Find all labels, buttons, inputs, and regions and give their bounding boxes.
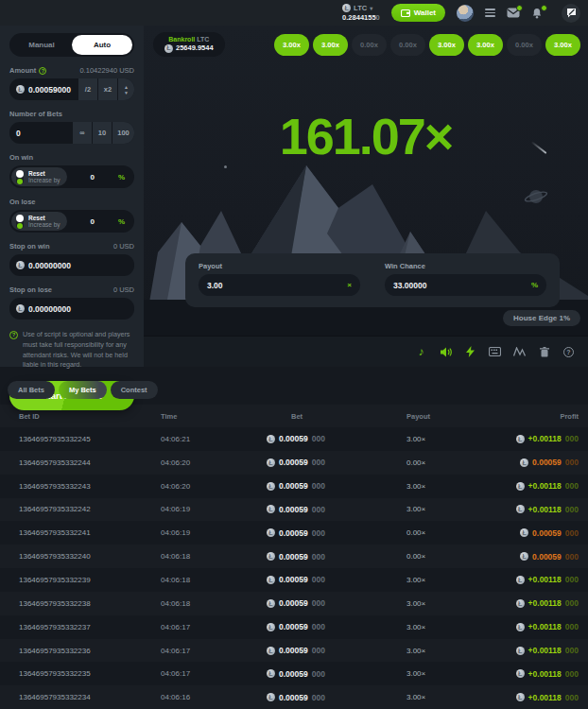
wallet-button[interactable]: Wallet xyxy=(391,4,445,22)
avatar[interactable] xyxy=(457,5,474,22)
currency-selector[interactable]: Ł LTC ▾ 0.28441550 xyxy=(342,4,380,22)
profit-cell: Ł+0.00118000 xyxy=(501,598,579,608)
amount-stepper[interactable]: ▲▼ xyxy=(117,78,134,100)
hotkeys-icon[interactable] xyxy=(489,346,501,358)
stop-on-win-input[interactable]: 0.00000000 xyxy=(28,261,71,270)
tab-auto[interactable]: Auto xyxy=(72,35,132,55)
stats-icon[interactable] xyxy=(513,346,526,358)
bet-table-row[interactable]: 13646957935332237 04:06:17 Ł0.00059000 3… xyxy=(0,615,588,639)
double-button[interactable]: x2 xyxy=(97,78,117,100)
coin-icon: Ł xyxy=(267,693,275,701)
number-of-bets-group: 0 ∞ 10 100 xyxy=(9,122,134,144)
payout-cell: 3.00× xyxy=(406,482,501,491)
stop-on-lose-input[interactable]: 0.00000000 xyxy=(28,304,71,314)
wallet-icon xyxy=(401,9,410,17)
history-pill[interactable]: 3.00x xyxy=(313,34,348,56)
infinity-button[interactable]: ∞ xyxy=(72,122,92,144)
bet-table-row[interactable]: 13646957935332239 04:06:18 Ł0.00059000 3… xyxy=(0,568,588,592)
bet-table-row[interactable]: 13646957935332234 04:06:16 Ł0.00059000 3… xyxy=(0,685,588,709)
history-pill[interactable]: 0.00x xyxy=(507,34,542,56)
bet-table-row[interactable]: 13646957935332244 04:06:20 Ł0.00059000 0… xyxy=(0,451,588,475)
col-bet-id: Bet ID xyxy=(19,412,161,421)
amount-input[interactable]: 0.00059000 xyxy=(28,85,71,95)
bankroll-value: 25649.9544 xyxy=(176,44,214,53)
profit-cell: Ł+0.00118000 xyxy=(501,669,579,679)
tab-my-bets[interactable]: My Bets xyxy=(59,381,107,399)
amount-input-group: Ł0.00059000 /2 x2 ▲▼ xyxy=(9,78,134,100)
tab-manual[interactable]: Manual xyxy=(11,35,72,55)
bet-amount-cell: Ł0.00059000 xyxy=(267,552,406,562)
trash-icon[interactable] xyxy=(538,346,550,358)
col-time: Time xyxy=(161,412,267,421)
on-lose-group: Reset Increase by 0 % xyxy=(9,210,134,233)
bet-id-cell: 13646957935332245 xyxy=(19,435,161,443)
bet-id-cell: 13646957935332236 xyxy=(19,647,161,655)
history-pill[interactable]: 3.00x xyxy=(468,34,503,56)
mail-icon[interactable] xyxy=(507,8,520,19)
col-profit: Profit xyxy=(501,412,579,421)
script-disclaimer: ? Use of script is optional and players … xyxy=(9,330,134,371)
number-of-bets-input[interactable]: 0 xyxy=(16,129,21,138)
history-pill[interactable]: 3.00x xyxy=(274,34,309,56)
menu-icon[interactable] xyxy=(485,9,495,17)
payout-cell: 3.00× xyxy=(406,647,501,655)
bet-table-row[interactable]: 13646957935332245 04:06:21 Ł0.00059000 3… xyxy=(0,427,588,451)
multiplier-history: 3.00x3.00x0.00x0.00x3.00x3.00x0.00x3.00x xyxy=(274,34,580,56)
bet-table-row[interactable]: 13646957935332240 04:06:18 Ł0.00059000 0… xyxy=(0,545,588,568)
help-icon[interactable]: ? xyxy=(562,346,575,358)
coin-icon: Ł xyxy=(516,599,525,608)
coin-icon: Ł xyxy=(520,458,528,467)
bet-table-row[interactable]: 13646957935332241 04:06:19 Ł0.00059000 0… xyxy=(0,521,588,545)
bet-id-cell: 13646957935332244 xyxy=(19,458,161,467)
music-icon[interactable]: ♪ xyxy=(415,346,427,358)
bet-amount-cell: Ł0.00059000 xyxy=(267,434,406,443)
bet-amount-cell: Ł0.00059000 xyxy=(267,575,406,584)
bet-table-row[interactable]: 13646957935332242 04:06:19 Ł0.00059000 3… xyxy=(0,498,588,522)
chat-icon[interactable] xyxy=(562,4,580,23)
coin-icon: Ł xyxy=(16,85,25,94)
payout-cell: 3.00× xyxy=(406,435,501,443)
turbo-icon[interactable] xyxy=(464,346,476,358)
bet-table-row[interactable]: 13646957935332243 04:06:20 Ł0.00059000 3… xyxy=(0,475,588,498)
half-button[interactable]: /2 xyxy=(78,78,97,100)
coin-icon: Ł xyxy=(516,693,525,701)
amount-label: Amount xyxy=(9,66,36,75)
bet-table-row[interactable]: 13646957935332238 04:06:18 Ł0.00059000 3… xyxy=(0,592,588,615)
payout-input[interactable]: 3.00 xyxy=(207,281,347,290)
bet-table-row[interactable]: 13646957935332235 04:06:17 Ł0.00059000 3… xyxy=(0,662,588,685)
coin-icon: Ł xyxy=(267,599,275,608)
time-cell: 04:06:19 xyxy=(161,505,267,513)
bankroll-display[interactable]: Bankroll LTC Ł25649.9544 xyxy=(153,32,225,57)
bet-table-row[interactable]: 13646957935332236 04:06:17 Ł0.00059000 3… xyxy=(0,639,588,663)
info-icon[interactable]: ? xyxy=(39,67,46,75)
win-chance-input[interactable]: 33.00000 xyxy=(393,281,531,290)
bell-icon[interactable] xyxy=(531,8,545,19)
on-lose-input[interactable]: 0 xyxy=(67,217,118,226)
preset-10-button[interactable]: 10 xyxy=(92,122,112,144)
time-cell: 04:06:18 xyxy=(161,552,267,561)
history-pill[interactable]: 3.00x xyxy=(429,34,464,56)
on-lose-increase-label: Increase by xyxy=(28,221,61,228)
payout-cell: 3.00× xyxy=(406,576,501,584)
house-edge-badge: House Edge 1% xyxy=(503,310,580,326)
profit-cell: Ł+0.00118000 xyxy=(501,646,579,655)
on-win-mode-toggle[interactable]: Reset Increase by xyxy=(11,167,67,186)
history-pill[interactable]: 0.00x xyxy=(352,34,387,56)
tab-all-bets[interactable]: All Bets xyxy=(8,381,55,399)
profit-cell: Ł+0.00118000 xyxy=(501,622,579,631)
bet-amount-cell: Ł0.00059000 xyxy=(267,481,406,491)
coin-icon: Ł xyxy=(267,505,275,513)
col-payout: Payout xyxy=(406,412,501,421)
on-lose-mode-toggle[interactable]: Reset Increase by xyxy=(11,212,67,231)
ltc-coin-icon: Ł xyxy=(342,4,351,12)
coin-icon: Ł xyxy=(267,623,275,631)
profit-cell: Ł+0.00118000 xyxy=(501,481,579,491)
tab-contest[interactable]: Contest xyxy=(111,381,158,399)
history-pill[interactable]: 0.00x xyxy=(390,34,425,56)
sound-icon[interactable] xyxy=(440,346,452,358)
game-toolbar: ♪ ? xyxy=(144,336,588,367)
on-win-input[interactable]: 0 xyxy=(67,173,118,182)
history-pill[interactable]: 3.00x xyxy=(545,34,580,56)
win-chance-label: Win Chance xyxy=(385,262,546,270)
preset-100-button[interactable]: 100 xyxy=(112,122,134,144)
